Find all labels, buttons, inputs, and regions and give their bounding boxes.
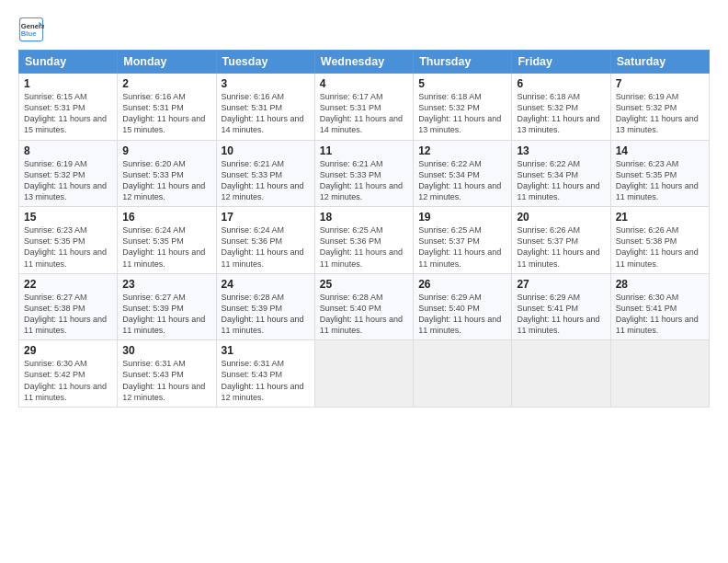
day-number: 31 — [222, 344, 310, 357]
calendar-cell: 16 Sunrise: 6:24 AMSunset: 5:35 PMDaylig… — [118, 207, 216, 274]
weekday-header-tuesday: Tuesday — [216, 51, 314, 74]
day-info: Sunrise: 6:22 AMSunset: 5:34 PMDaylight:… — [517, 159, 599, 201]
day-info: Sunrise: 6:18 AMSunset: 5:32 PMDaylight:… — [517, 92, 599, 134]
day-number: 25 — [320, 278, 408, 291]
day-info: Sunrise: 6:18 AMSunset: 5:32 PMDaylight:… — [418, 92, 501, 134]
day-info: Sunrise: 6:29 AMSunset: 5:41 PMDaylight:… — [517, 293, 599, 335]
calendar-week-5: 29 Sunrise: 6:30 AMSunset: 5:42 PMDaylig… — [19, 340, 710, 408]
calendar-cell: 21 Sunrise: 6:26 AMSunset: 5:38 PMDaylig… — [610, 207, 709, 274]
day-info: Sunrise: 6:26 AMSunset: 5:37 PMDaylight:… — [517, 225, 599, 268]
day-info: Sunrise: 6:25 AMSunset: 5:37 PMDaylight:… — [418, 225, 501, 268]
calendar-cell: 23 Sunrise: 6:27 AMSunset: 5:39 PMDaylig… — [118, 273, 216, 340]
calendar-cell: 24 Sunrise: 6:28 AMSunset: 5:39 PMDaylig… — [216, 273, 314, 340]
day-info: Sunrise: 6:21 AMSunset: 5:33 PMDaylight:… — [320, 159, 403, 201]
day-number: 28 — [616, 278, 704, 291]
day-info: Sunrise: 6:16 AMSunset: 5:31 PMDaylight:… — [122, 92, 205, 134]
day-info: Sunrise: 6:19 AMSunset: 5:32 PMDaylight:… — [24, 159, 107, 201]
day-info: Sunrise: 6:20 AMSunset: 5:33 PMDaylight:… — [122, 159, 205, 201]
calendar-cell — [414, 340, 512, 408]
day-number: 30 — [122, 344, 210, 357]
calendar-cell: 15 Sunrise: 6:23 AMSunset: 5:35 PMDaylig… — [19, 207, 118, 274]
calendar-cell: 25 Sunrise: 6:28 AMSunset: 5:40 PMDaylig… — [314, 273, 413, 340]
calendar-cell: 29 Sunrise: 6:30 AMSunset: 5:42 PMDaylig… — [19, 340, 118, 408]
day-number: 27 — [517, 278, 605, 291]
day-info: Sunrise: 6:30 AMSunset: 5:42 PMDaylight:… — [24, 359, 107, 401]
day-info: Sunrise: 6:22 AMSunset: 5:34 PMDaylight:… — [418, 159, 501, 201]
calendar-cell: 13 Sunrise: 6:22 AMSunset: 5:34 PMDaylig… — [512, 140, 610, 207]
day-number: 20 — [517, 211, 605, 224]
calendar-cell: 2 Sunrise: 6:16 AMSunset: 5:31 PMDayligh… — [118, 74, 216, 141]
calendar-cell: 20 Sunrise: 6:26 AMSunset: 5:37 PMDaylig… — [512, 207, 610, 274]
calendar-cell: 17 Sunrise: 6:24 AMSunset: 5:36 PMDaylig… — [216, 207, 314, 274]
day-number: 3 — [222, 77, 310, 90]
day-number: 24 — [222, 278, 310, 291]
calendar-cell — [314, 340, 413, 408]
calendar-cell: 12 Sunrise: 6:22 AMSunset: 5:34 PMDaylig… — [414, 140, 512, 207]
calendar-cell — [512, 340, 610, 408]
calendar-cell: 11 Sunrise: 6:21 AMSunset: 5:33 PMDaylig… — [314, 140, 413, 207]
day-number: 10 — [222, 144, 310, 157]
calendar-cell: 5 Sunrise: 6:18 AMSunset: 5:32 PMDayligh… — [414, 74, 512, 141]
page: General Blue SundayMondayTuesdayWednesda… — [0, 0, 728, 563]
day-number: 19 — [418, 211, 506, 224]
calendar-cell: 4 Sunrise: 6:17 AMSunset: 5:31 PMDayligh… — [314, 74, 413, 141]
day-number: 1 — [24, 77, 112, 90]
day-info: Sunrise: 6:15 AMSunset: 5:31 PMDaylight:… — [24, 92, 107, 134]
weekday-header-saturday: Saturday — [610, 51, 709, 74]
day-info: Sunrise: 6:23 AMSunset: 5:35 PMDaylight:… — [616, 159, 699, 201]
calendar-cell: 28 Sunrise: 6:30 AMSunset: 5:41 PMDaylig… — [610, 273, 709, 340]
day-number: 11 — [320, 144, 408, 157]
day-info: Sunrise: 6:17 AMSunset: 5:31 PMDaylight:… — [320, 92, 403, 134]
day-info: Sunrise: 6:28 AMSunset: 5:40 PMDaylight:… — [320, 293, 403, 335]
calendar-cell: 26 Sunrise: 6:29 AMSunset: 5:40 PMDaylig… — [414, 273, 512, 340]
day-number: 16 — [122, 211, 210, 224]
weekday-header-thursday: Thursday — [414, 51, 512, 74]
day-number: 26 — [418, 278, 506, 291]
logo-icon: General Blue — [18, 17, 44, 42]
calendar-week-2: 8 Sunrise: 6:19 AMSunset: 5:32 PMDayligh… — [19, 140, 710, 207]
calendar-cell: 8 Sunrise: 6:19 AMSunset: 5:32 PMDayligh… — [19, 140, 118, 207]
calendar-table: SundayMondayTuesdayWednesdayThursdayFrid… — [18, 50, 710, 408]
day-number: 15 — [24, 211, 112, 224]
day-number: 29 — [24, 344, 112, 357]
day-number: 13 — [517, 144, 605, 157]
day-number: 22 — [24, 278, 112, 291]
day-info: Sunrise: 6:24 AMSunset: 5:35 PMDaylight:… — [122, 225, 205, 268]
day-number: 17 — [222, 211, 310, 224]
day-number: 6 — [517, 77, 605, 90]
calendar-cell: 1 Sunrise: 6:15 AMSunset: 5:31 PMDayligh… — [19, 74, 118, 141]
day-number: 9 — [122, 144, 210, 157]
day-info: Sunrise: 6:26 AMSunset: 5:38 PMDaylight:… — [616, 225, 699, 268]
header: General Blue — [18, 17, 710, 42]
calendar-cell: 18 Sunrise: 6:25 AMSunset: 5:36 PMDaylig… — [314, 207, 413, 274]
calendar-cell: 30 Sunrise: 6:31 AMSunset: 5:43 PMDaylig… — [118, 340, 216, 408]
day-info: Sunrise: 6:30 AMSunset: 5:41 PMDaylight:… — [616, 293, 699, 335]
day-number: 7 — [616, 77, 704, 90]
day-number: 18 — [320, 211, 408, 224]
calendar-cell: 7 Sunrise: 6:19 AMSunset: 5:32 PMDayligh… — [610, 74, 709, 141]
day-info: Sunrise: 6:27 AMSunset: 5:39 PMDaylight:… — [122, 293, 205, 335]
calendar-cell: 19 Sunrise: 6:25 AMSunset: 5:37 PMDaylig… — [414, 207, 512, 274]
logo: General Blue — [18, 17, 48, 42]
calendar-cell: 31 Sunrise: 6:31 AMSunset: 5:43 PMDaylig… — [216, 340, 314, 408]
svg-text:Blue: Blue — [21, 29, 37, 38]
day-info: Sunrise: 6:28 AMSunset: 5:39 PMDaylight:… — [222, 293, 304, 335]
calendar-cell: 6 Sunrise: 6:18 AMSunset: 5:32 PMDayligh… — [512, 74, 610, 141]
calendar-cell — [610, 340, 709, 408]
weekday-header-monday: Monday — [118, 51, 216, 74]
calendar-week-3: 15 Sunrise: 6:23 AMSunset: 5:35 PMDaylig… — [19, 207, 710, 274]
day-number: 8 — [24, 144, 112, 157]
calendar-cell: 14 Sunrise: 6:23 AMSunset: 5:35 PMDaylig… — [610, 140, 709, 207]
calendar-cell: 10 Sunrise: 6:21 AMSunset: 5:33 PMDaylig… — [216, 140, 314, 207]
day-number: 14 — [616, 144, 704, 157]
weekday-header-sunday: Sunday — [19, 51, 118, 74]
calendar-cell: 27 Sunrise: 6:29 AMSunset: 5:41 PMDaylig… — [512, 273, 610, 340]
calendar-cell: 3 Sunrise: 6:16 AMSunset: 5:31 PMDayligh… — [216, 74, 314, 141]
calendar-header-row: SundayMondayTuesdayWednesdayThursdayFrid… — [19, 51, 710, 74]
day-info: Sunrise: 6:25 AMSunset: 5:36 PMDaylight:… — [320, 225, 403, 268]
day-number: 12 — [418, 144, 506, 157]
day-info: Sunrise: 6:23 AMSunset: 5:35 PMDaylight:… — [24, 225, 107, 268]
calendar-cell: 22 Sunrise: 6:27 AMSunset: 5:38 PMDaylig… — [19, 273, 118, 340]
day-info: Sunrise: 6:19 AMSunset: 5:32 PMDaylight:… — [616, 92, 699, 134]
weekday-header-friday: Friday — [512, 51, 610, 74]
